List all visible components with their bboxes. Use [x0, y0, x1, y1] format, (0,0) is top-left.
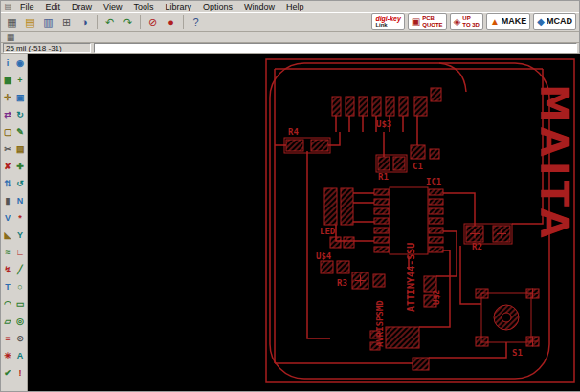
route-tool[interactable]: ∟ [14, 245, 26, 259]
component-r1[interactable]: R1 [376, 155, 407, 182]
component-u2[interactable]: U$2 [424, 276, 441, 307]
delete-tool[interactable]: ✘ [2, 159, 13, 173]
lock-tool[interactable]: ▮ [2, 193, 13, 207]
print-icon[interactable]: ⊞ [58, 14, 75, 30]
mcad-button[interactable]: ◆ MCAD [533, 13, 576, 30]
grid-icon[interactable]: ▦ [4, 14, 20, 30]
paste-tool[interactable]: ▤ [14, 142, 26, 156]
label-r1[interactable]: R1 [378, 172, 389, 182]
pad-bar[interactable] [324, 188, 337, 225]
value-tool[interactable]: V [2, 210, 13, 225]
make-button[interactable]: ▲ MAKE [486, 13, 530, 30]
via-tool[interactable]: ◎ [14, 314, 26, 328]
open-icon[interactable]: ▤ [22, 14, 38, 30]
display-tool[interactable]: ▦ [2, 73, 13, 87]
miter-tool[interactable]: ◣ [2, 228, 13, 242]
command-input[interactable] [94, 43, 577, 53]
stop-icon[interactable]: ⊘ [145, 14, 161, 30]
trace[interactable] [429, 342, 506, 358]
drc-tool[interactable]: ✔ [2, 365, 13, 380]
label-led[interactable]: LED [320, 227, 336, 236]
component-led[interactable]: LED [320, 227, 354, 248]
label-s1[interactable]: S1 [512, 348, 523, 358]
mark-tool[interactable]: + [14, 73, 26, 87]
component-r3[interactable]: R3 [337, 272, 385, 289]
errors-tool[interactable]: ! [14, 365, 26, 380]
change-tool[interactable]: ✎ [14, 124, 26, 139]
copy-tool[interactable]: ▣ [14, 90, 26, 104]
menu-help[interactable]: Help [281, 2, 309, 11]
cam-icon[interactable]: ◑ [77, 14, 93, 30]
redo-icon[interactable]: ↷ [120, 14, 136, 30]
menu-options[interactable]: Options [198, 2, 237, 11]
label-r2[interactable]: R2 [472, 242, 482, 251]
group-tool[interactable]: ▢ [2, 124, 13, 139]
optimize-tool[interactable]: ≈ [2, 245, 13, 259]
wire-tool[interactable]: ╱ [14, 262, 26, 276]
up-to-3d-button[interactable]: ◈ UP TO 3D [450, 13, 483, 30]
layer-grid-icon[interactable]: ▦ [4, 32, 17, 42]
mirror-tool[interactable]: ⇄ [2, 107, 13, 121]
pinswap-tool[interactable]: ⇅ [2, 176, 13, 190]
component-c1[interactable]: C1 [411, 145, 439, 171]
component-r2[interactable]: R2 [464, 224, 512, 251]
digikey-link-button[interactable]: digi-key Link [371, 13, 404, 30]
add-tool[interactable]: ✚ [14, 159, 26, 173]
replace-tool[interactable]: ↺ [14, 176, 26, 190]
menu-library[interactable]: Library [160, 2, 196, 11]
hole-tool[interactable]: ⊙ [14, 331, 26, 345]
menu-tools[interactable]: Tools [128, 2, 158, 11]
smash-tool[interactable]: * [14, 210, 26, 225]
menu-window[interactable]: Window [239, 2, 279, 11]
component-u4[interactable]: U$4 [316, 251, 349, 273]
trace[interactable] [336, 116, 403, 132]
label-u2[interactable]: U$2 [432, 290, 441, 305]
pcb-drawing[interactable]: U$3 R4 R1 [28, 54, 580, 391]
board-canvas[interactable]: U$3 R4 R1 [28, 54, 580, 391]
help-icon[interactable]: ? [188, 14, 204, 30]
trace[interactable] [439, 63, 466, 92]
menu-edit[interactable]: Edit [41, 2, 66, 11]
board-brand-text[interactable]: MAITA [532, 84, 576, 243]
rect-tool[interactable]: ▭ [14, 296, 26, 311]
info-tool[interactable]: i [2, 55, 13, 70]
polygon-tool[interactable]: ▱ [2, 314, 13, 328]
move-tool[interactable]: ✛ [2, 90, 13, 104]
signal-tool[interactable]: ≡ [2, 331, 13, 345]
label-attiny[interactable]: ATTINY44-SSU [406, 243, 416, 312]
component-s1[interactable]: S1 [476, 288, 539, 358]
component-r4[interactable]: R4 [284, 127, 330, 153]
menu-file[interactable]: File [15, 2, 39, 11]
menu-view[interactable]: View [99, 2, 126, 11]
rotate-tool[interactable]: ↻ [14, 107, 26, 121]
auto-tool[interactable]: A [14, 348, 26, 362]
undo-icon[interactable]: ↶ [101, 14, 118, 30]
text-tool[interactable]: T [2, 279, 13, 294]
split-tool[interactable]: Y [14, 228, 26, 242]
trace[interactable] [307, 151, 330, 338]
label-c1[interactable]: C1 [413, 162, 423, 171]
show-tool[interactable]: ◉ [14, 55, 26, 70]
label-r3[interactable]: R3 [337, 278, 347, 288]
component-u3[interactable]: U$3 [332, 88, 441, 129]
label-u4[interactable]: U$4 [316, 251, 332, 261]
save-icon[interactable]: ▥ [40, 14, 56, 30]
ripup-tool[interactable]: ↯ [2, 262, 13, 276]
component-avrisp[interactable]: AVRISPSMD [370, 300, 429, 370]
up-to-3d-line1: UP [462, 15, 480, 22]
label-u3[interactable]: U$3 [376, 120, 391, 129]
label-avrisp[interactable]: AVRISPSMD [375, 300, 385, 347]
ratsnest-tool[interactable]: ✳ [2, 348, 13, 362]
menu-draw[interactable]: Draw [67, 2, 97, 11]
record-icon[interactable]: ● [163, 14, 179, 30]
pcb-quote-line2: QUOTE [422, 22, 442, 29]
pcb-quote-button[interactable]: ▣ PCB QUOTE [408, 13, 447, 30]
circle-tool[interactable]: ○ [14, 279, 26, 294]
arc-tool[interactable]: ◠ [2, 296, 13, 311]
name-tool[interactable]: N [14, 193, 26, 207]
label-r4[interactable]: R4 [288, 127, 299, 137]
trace[interactable] [443, 193, 475, 226]
cut-tool[interactable]: ✂ [2, 142, 13, 156]
label-ic1[interactable]: IC1 [426, 177, 441, 186]
pad-bar[interactable] [341, 188, 353, 225]
